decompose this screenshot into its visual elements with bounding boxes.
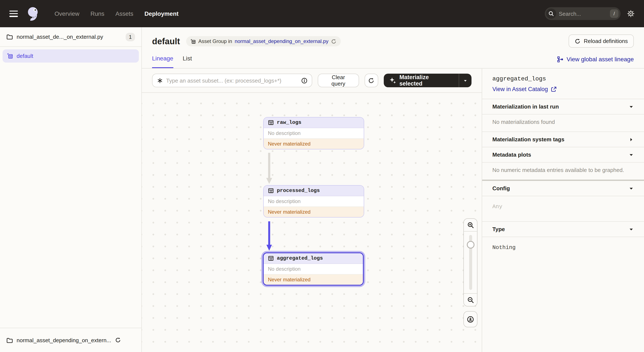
asset-node-description: No description [264, 264, 363, 275]
hamburger-menu-icon[interactable] [9, 10, 18, 17]
reload-definitions-label: Reload definitions [584, 38, 628, 44]
top-nav: Overview Runs Assets Deployment / [0, 0, 644, 27]
refresh-repo-icon[interactable] [115, 337, 121, 343]
type-value: Nothing [482, 237, 644, 258]
dagster-logo[interactable] [25, 5, 41, 22]
sparkle-icon [389, 77, 396, 84]
sidebar-repo-row[interactable]: normal_asset_de..._on_external.py 1 [0, 27, 142, 47]
asset-count-badge: 1 [126, 32, 135, 41]
section-config[interactable]: Config [482, 180, 644, 196]
asset-node-status: Never materialized [264, 139, 364, 149]
table-icon [268, 255, 274, 261]
asset-node-aggregated-logs[interactable]: aggregated_logs No description Never mat… [263, 252, 364, 286]
folder-icon [6, 337, 13, 343]
op-selector-icon [157, 77, 163, 84]
table-icon [268, 188, 274, 194]
section-materialization-last-run[interactable]: Materialization in last run [482, 99, 644, 114]
main-area: default Asset Group in normal_asset_depe… [142, 27, 644, 352]
nav-link-overview[interactable]: Overview [50, 8, 84, 19]
download-graph-button[interactable] [464, 311, 478, 327]
chevron-down-icon [463, 78, 468, 83]
sidebar-footer: normal_asset_depending_on_extern... [0, 328, 142, 352]
refresh-icon[interactable] [331, 38, 336, 44]
lineage-graph-canvas[interactable]: raw_logs No description Never materializ… [142, 93, 482, 352]
breadcrumb-repo-link[interactable]: normal_asset_depending_on_external.py [235, 38, 328, 44]
zoom-out-icon [467, 297, 474, 303]
page-title: default [152, 36, 180, 46]
view-global-asset-lineage-link[interactable]: View global asset lineage [557, 56, 634, 68]
repo-name: normal_asset_de..._on_external.py [16, 34, 122, 40]
lineage-graph-icon [557, 56, 564, 62]
lineage-pane: Clear query Materialize selected [142, 68, 482, 352]
asset-node-raw-logs[interactable]: raw_logs No description Never materializ… [263, 117, 364, 149]
zoom-slider-handle[interactable] [466, 241, 474, 249]
section-metadata-plots[interactable]: Metadata plots [482, 147, 644, 162]
refresh-icon [368, 77, 374, 84]
materialize-selected-label: Materialize selected [399, 74, 453, 87]
zoom-out-button[interactable] [464, 293, 477, 306]
download-icon [467, 316, 474, 323]
zoom-slider[interactable] [464, 232, 477, 293]
clear-query-button[interactable]: Clear query [318, 74, 359, 87]
section-label: Config [492, 185, 510, 192]
sidebar-item-label: default [16, 53, 33, 59]
dagster-app: Overview Runs Assets Deployment / [0, 0, 644, 352]
materialize-selected-button[interactable]: Materialize selected [384, 74, 472, 87]
view-global-asset-lineage-label: View global asset lineage [567, 56, 634, 62]
nav-link-runs[interactable]: Runs [86, 8, 108, 19]
section-label: Materialization system tags [492, 136, 564, 143]
sidebar: normal_asset_de..._on_external.py 1 defa… [0, 27, 142, 352]
tab-bar: Lineage List View global asset lineage [142, 48, 644, 68]
asset-node-name: raw_logs [277, 120, 301, 126]
sidebar-item-default-group[interactable]: default [2, 49, 139, 62]
no-metadata-text: No numeric metadata entries available to… [482, 162, 644, 180]
info-icon[interactable] [301, 77, 308, 84]
section-label: Materialization in last run [492, 103, 559, 110]
view-in-asset-catalog-link[interactable]: View in Asset Catalog [492, 86, 634, 92]
no-materializations-text: No materializations found [482, 114, 644, 131]
external-link-icon [551, 86, 557, 92]
section-type[interactable]: Type [482, 221, 644, 237]
refresh-graph-button[interactable] [364, 74, 378, 87]
section-label: Type [492, 226, 505, 232]
nav-link-deployment[interactable]: Deployment [140, 8, 183, 19]
gear-icon[interactable] [627, 10, 635, 17]
folder-icon [6, 34, 13, 40]
chevron-down-icon [629, 104, 634, 109]
asset-node-name: processed_logs [277, 188, 320, 194]
tab-lineage[interactable]: Lineage [152, 55, 173, 68]
table-icon [268, 120, 274, 126]
asset-group-icon [7, 53, 13, 59]
lineage-toolbar: Clear query Materialize selected [142, 68, 482, 93]
asset-node-status: Never materialized [264, 275, 363, 285]
refresh-icon [574, 38, 580, 44]
asset-node-name: aggregated_logs [277, 255, 323, 261]
materialize-dropdown-caret[interactable] [459, 74, 472, 87]
search-input[interactable] [556, 10, 610, 17]
asset-node-processed-logs[interactable]: processed_logs No description Never mate… [263, 185, 364, 218]
section-label: Metadata plots [492, 152, 531, 158]
asset-node-description: No description [264, 128, 364, 139]
asset-subset-query-box[interactable] [152, 74, 312, 87]
selected-asset-name: aggregated_logs [492, 75, 634, 82]
breadcrumb: Asset Group in normal_asset_depending_on… [186, 36, 341, 46]
main-header: default Asset Group in normal_asset_depe… [142, 27, 644, 48]
asset-details-panel: aggregated_logs View in Asset Catalog Ma… [482, 68, 644, 352]
nav-links: Overview Runs Assets Deployment [50, 8, 183, 19]
section-materialization-system-tags[interactable]: Materialization system tags [482, 131, 644, 147]
nav-link-assets[interactable]: Assets [111, 8, 138, 19]
chevron-down-icon [629, 227, 634, 232]
zoom-controls [464, 218, 478, 307]
chevron-down-icon [629, 152, 634, 157]
reload-definitions-button[interactable]: Reload definitions [568, 34, 634, 48]
breadcrumb-prefix: Asset Group in [198, 38, 232, 44]
asset-group-icon [190, 38, 196, 44]
asset-subset-input[interactable] [166, 77, 298, 84]
view-in-asset-catalog-label: View in Asset Catalog [492, 86, 548, 92]
search-bar[interactable]: / [545, 7, 620, 20]
asset-node-description: No description [264, 196, 364, 207]
chevron-right-icon [629, 137, 634, 142]
tab-list[interactable]: List [183, 55, 192, 68]
zoom-in-button[interactable] [464, 219, 477, 232]
dagster-octopus-icon [25, 5, 41, 22]
